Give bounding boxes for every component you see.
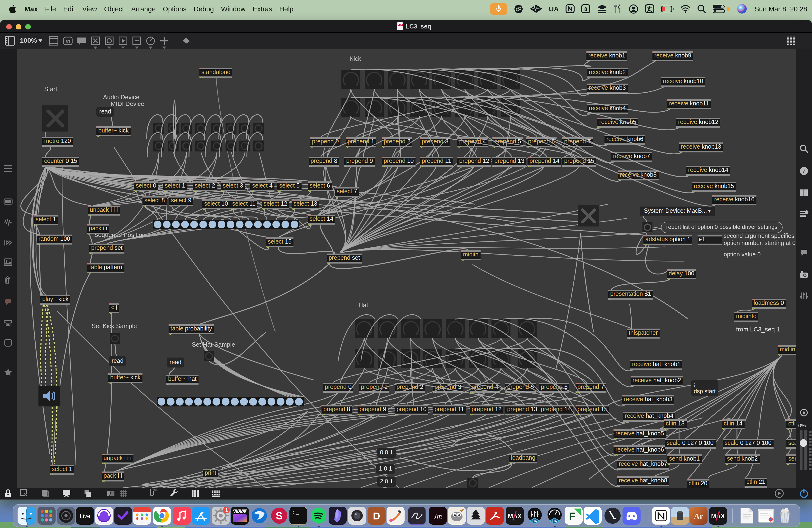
svg-text:UA: UA — [532, 519, 537, 523]
svg-text:Jm: Jm — [434, 512, 442, 520]
svg-text:m: m — [66, 38, 70, 44]
svg-text:8: 8 — [584, 6, 587, 12]
svg-text:Ar: Ar — [694, 512, 703, 520]
svg-text:>_: >_ — [292, 510, 299, 516]
svg-text:UA: UA — [552, 519, 557, 523]
svg-text:Live: Live — [80, 513, 90, 519]
svg-text:F: F — [569, 510, 576, 522]
svg-text:1: 1 — [225, 507, 228, 513]
svg-text:D: D — [373, 510, 380, 522]
svg-text:S: S — [276, 510, 282, 522]
